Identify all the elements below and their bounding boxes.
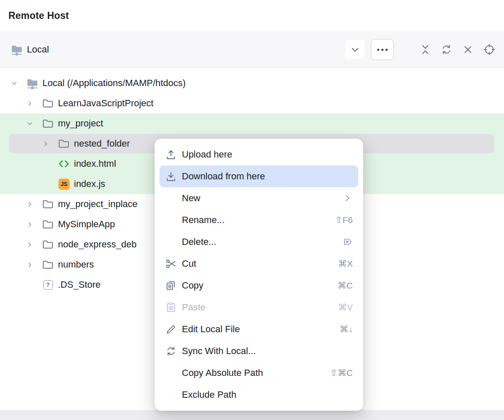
- menu-item-download-from-here[interactable]: Download from here: [160, 165, 358, 187]
- scissors-icon: [165, 258, 177, 270]
- empty-icon-slot: [165, 367, 177, 379]
- empty-icon-slot: [165, 236, 177, 248]
- server-selector-label: Local: [27, 44, 49, 55]
- refresh-button[interactable]: [440, 43, 453, 56]
- folder-icon: [41, 258, 55, 271]
- tree-row-label: MySimpleApp: [58, 219, 115, 230]
- folder-icon: [41, 218, 55, 231]
- copy-icon: [165, 280, 177, 291]
- context-menu: Upload here Download from here New Renam…: [155, 139, 363, 411]
- menu-item-cut[interactable]: Cut ⌘X: [160, 253, 358, 275]
- chevron-right-icon[interactable]: [26, 241, 34, 249]
- empty-icon-slot: [165, 192, 177, 204]
- sync-icon: [165, 345, 177, 357]
- tool-window-header: Remote Host: [0, 0, 504, 32]
- menu-item-copy-absolute-path[interactable]: Copy Absolute Path ⇧⌘C: [160, 362, 358, 384]
- tree-row-label: .DS_Store: [58, 279, 101, 290]
- menu-item-copy[interactable]: Copy ⌘C: [160, 275, 358, 297]
- menu-item-rename[interactable]: Rename... ⇧F6: [160, 209, 358, 231]
- server-dropdown-button[interactable]: [345, 40, 365, 59]
- folder-icon: [41, 198, 55, 210]
- tree-row-local-root[interactable]: Local (/Applications/MAMP/htdocs): [0, 73, 504, 93]
- tree-row-label: my_project_inplace: [58, 199, 138, 210]
- menu-item-edit-local-file[interactable]: Edit Local File ⌘↓: [160, 318, 358, 340]
- chevron-right-icon[interactable]: [26, 200, 34, 208]
- remote-host-toolbar: Local: [0, 32, 504, 68]
- empty-icon-slot: [165, 389, 177, 401]
- pencil-icon: [165, 323, 177, 335]
- more-options-button[interactable]: [371, 39, 394, 60]
- download-icon: [165, 171, 177, 182]
- menu-item-exclude-path[interactable]: Exclude Path: [160, 384, 358, 406]
- chevron-down-icon[interactable]: [26, 120, 34, 128]
- chevron-right-icon[interactable]: [42, 140, 50, 148]
- close-button[interactable]: [462, 43, 474, 56]
- tree-row-learnjavascriptproject[interactable]: LearnJavaScriptProject: [0, 93, 504, 113]
- tree-row-label: LearnJavaScriptProject: [58, 98, 153, 109]
- upload-icon: [165, 149, 177, 160]
- paste-icon: [165, 302, 177, 313]
- page-title: Remote Host: [8, 10, 69, 21]
- network-folder-icon: [10, 43, 23, 56]
- network-folder-icon: [26, 77, 39, 89]
- server-selector[interactable]: Local: [10, 43, 345, 56]
- tree-row-label: my_project: [58, 118, 103, 129]
- tree-row-label: index.html: [74, 158, 116, 169]
- menu-item-upload-here[interactable]: Upload here: [160, 144, 358, 165]
- chevron-down-icon: [349, 44, 361, 55]
- chevron-right-icon[interactable]: [26, 261, 34, 269]
- menu-item-paste[interactable]: Paste ⌘V: [160, 297, 358, 318]
- locate-target-button[interactable]: [483, 43, 496, 56]
- menu-item-delete[interactable]: Delete...: [160, 231, 358, 253]
- menu-item-sync-with-local[interactable]: Sync With Local...: [160, 340, 358, 362]
- submenu-chevron-icon: [342, 193, 353, 204]
- tree-row-label: numbers: [58, 259, 94, 270]
- folder-icon: [41, 97, 55, 110]
- ellipsis-icon: [377, 49, 388, 51]
- menu-item-new[interactable]: New: [160, 187, 358, 209]
- chevron-right-icon[interactable]: [26, 220, 34, 228]
- folder-icon: [41, 238, 55, 251]
- tree-row-label: Local (/Applications/MAMP/htdocs): [42, 78, 186, 89]
- tree-row-label: node_express_deb: [58, 239, 136, 250]
- tree-row-label: index.js: [74, 178, 105, 189]
- tree-row-my-project[interactable]: my_project: [0, 113, 504, 134]
- chevron-down-icon[interactable]: [10, 79, 18, 87]
- delete-forward-icon: [342, 236, 353, 247]
- js-file-icon: JS: [57, 178, 71, 190]
- window-bottom-edge: [0, 410, 504, 420]
- folder-icon: [41, 117, 55, 130]
- folder-icon: [57, 137, 71, 150]
- chevron-right-icon[interactable]: [26, 100, 34, 108]
- html-file-icon: [57, 158, 71, 170]
- tree-row-label: nested_folder: [74, 138, 130, 149]
- collapse-all-button[interactable]: [419, 43, 431, 56]
- unknown-file-icon: ?: [41, 280, 55, 290]
- empty-icon-slot: [165, 214, 177, 226]
